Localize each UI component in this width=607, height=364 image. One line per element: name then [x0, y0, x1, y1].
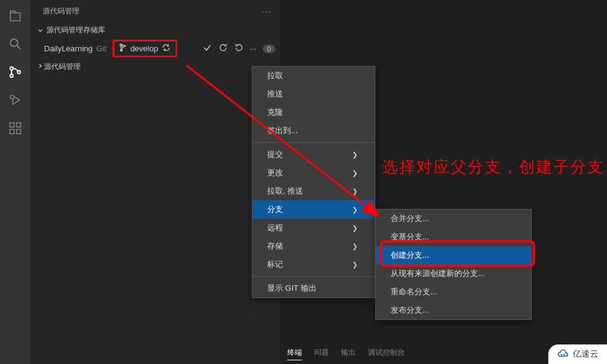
- svg-rect-6: [10, 123, 14, 127]
- menu-showgit[interactable]: 显示 GIT 输出: [252, 279, 375, 297]
- tab-terminal[interactable]: 终端: [287, 348, 302, 360]
- svg-rect-8: [17, 129, 21, 134]
- sync-icon: [162, 43, 171, 54]
- more-actions-icon[interactable]: ···: [250, 44, 257, 53]
- svg-rect-7: [10, 129, 14, 134]
- menu-changes[interactable]: 更改❯: [252, 164, 375, 182]
- commit-icon[interactable]: [202, 43, 212, 54]
- changes-count: 0: [263, 45, 275, 53]
- svg-rect-9: [17, 123, 21, 127]
- sidebar-header: 源代码管理 ···: [31, 0, 280, 23]
- svg-point-0: [10, 39, 18, 46]
- branch-icon: [119, 43, 128, 54]
- menu-clone[interactable]: 克隆: [252, 103, 375, 122]
- menu-pull[interactable]: 拉取: [252, 67, 375, 85]
- branch-selector[interactable]: develop: [112, 40, 177, 57]
- tab-debug[interactable]: 调试控制台: [368, 348, 405, 360]
- watermark: 亿速云: [548, 344, 607, 364]
- context-menu-main: 拉取 推送 克隆 签出到... 提交❯ 更改❯ 拉取, 推送❯ 分支❯ 远程❯ …: [252, 66, 375, 298]
- svg-point-10: [120, 44, 122, 46]
- section-title: 源代码管理: [44, 62, 81, 72]
- svg-line-1: [17, 46, 20, 49]
- menu-rename[interactable]: 重命名分支...: [376, 283, 531, 301]
- chevron-right-icon: ❯: [352, 242, 358, 250]
- menu-create-branch[interactable]: 创建分支...: [376, 246, 531, 264]
- menu-rebase[interactable]: 变基分支...: [376, 228, 531, 246]
- explorer-icon[interactable]: [7, 7, 24, 24]
- activity-bar: [0, 0, 31, 364]
- cloud-icon: [557, 348, 569, 360]
- chevron-right-icon: ❯: [352, 206, 358, 214]
- undo-icon[interactable]: [234, 43, 244, 54]
- menu-checkout[interactable]: 签出到...: [252, 122, 375, 140]
- tab-output[interactable]: 输出: [341, 348, 356, 360]
- debug-icon[interactable]: [7, 92, 24, 109]
- divider: [252, 276, 375, 277]
- chevron-right-icon: ❯: [352, 151, 358, 159]
- chevron-right-icon: ❯: [352, 169, 358, 177]
- menu-pullpush[interactable]: 拉取, 推送❯: [252, 182, 375, 200]
- repo-name: DailyLearning: [44, 44, 93, 53]
- repo-type: Git: [97, 44, 107, 53]
- branch-name: develop: [130, 44, 158, 53]
- context-menu-branch: 合并分支... 变基分支... 创建分支... 从现有来源创建新的分支... 重…: [375, 209, 532, 320]
- section-repos[interactable]: 源代码管理存储库: [31, 23, 280, 38]
- menu-stash[interactable]: 存储❯: [252, 237, 375, 255]
- annotation-text: 选择对应父分支，创建子分支: [382, 156, 605, 178]
- extensions-icon[interactable]: [7, 120, 24, 137]
- chevron-right-icon: ❯: [352, 187, 358, 195]
- menu-publish[interactable]: 发布分支...: [376, 301, 531, 319]
- chevron-right-icon: ❯: [352, 261, 358, 269]
- svg-point-3: [10, 75, 13, 78]
- watermark-text: 亿速云: [573, 349, 598, 360]
- menu-commit[interactable]: 提交❯: [252, 145, 375, 164]
- svg-point-2: [10, 67, 13, 70]
- chevron-right-icon: [37, 62, 44, 71]
- menu-push[interactable]: 推送: [252, 85, 375, 103]
- menu-remote[interactable]: 远程❯: [252, 219, 375, 237]
- menu-merge[interactable]: 合并分支...: [376, 209, 531, 228]
- chevron-down-icon: [37, 27, 44, 34]
- menu-branch[interactable]: 分支❯: [252, 200, 375, 219]
- more-icon[interactable]: ···: [262, 7, 271, 16]
- tab-problems[interactable]: 问题: [314, 348, 329, 360]
- svg-point-15: [561, 354, 562, 356]
- section-title: 源代码管理存储库: [46, 25, 105, 35]
- repo-actions: ··· 0: [202, 43, 275, 54]
- search-icon[interactable]: [7, 35, 24, 53]
- sidebar: 源代码管理 ··· 源代码管理存储库 DailyLearning Git dev…: [31, 0, 280, 364]
- svg-point-5: [10, 95, 14, 99]
- menu-tag[interactable]: 标记❯: [252, 255, 375, 274]
- svg-point-12: [124, 45, 126, 47]
- refresh-icon[interactable]: [218, 43, 228, 54]
- section-scm[interactable]: 源代码管理: [31, 59, 280, 75]
- menu-create-from[interactable]: 从现有来源创建新的分支...: [376, 264, 531, 283]
- bottom-panel-tabs: 终端 问题 输出 调试控制台: [287, 344, 405, 364]
- repo-row[interactable]: DailyLearning Git develop ··· 0: [31, 38, 280, 59]
- sidebar-title: 源代码管理: [43, 6, 79, 16]
- svg-point-11: [120, 49, 122, 51]
- divider: [252, 142, 375, 143]
- svg-point-16: [563, 354, 565, 356]
- chevron-right-icon: ❯: [352, 224, 358, 232]
- source-control-icon[interactable]: [7, 64, 24, 81]
